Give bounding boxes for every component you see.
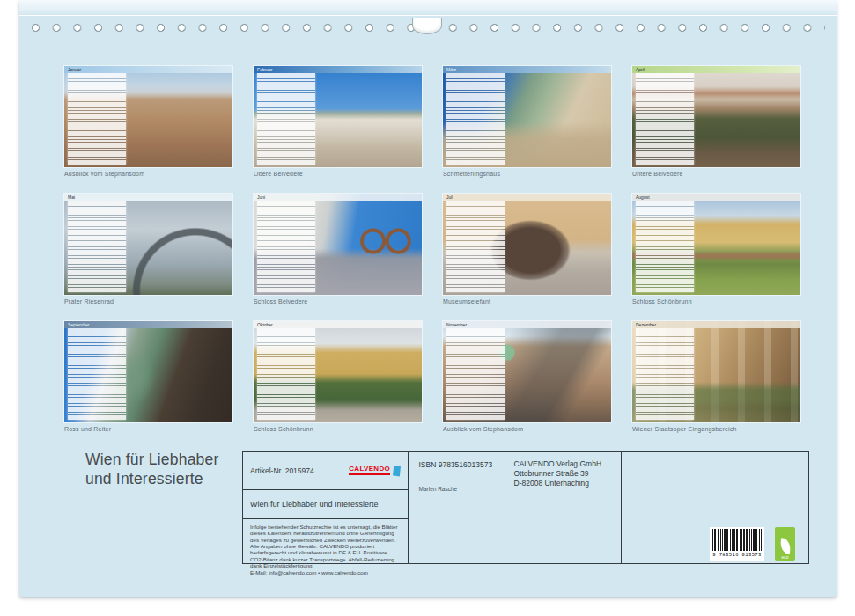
info-left-column: Artikel-Nr. 2015974 CALVENDO Wien für Li… [243,452,409,563]
barcode-bars [712,529,762,551]
product-info-box: Artikel-Nr. 2015974 CALVENDO Wien für Li… [242,451,809,564]
legal-text-row: Infolge bestehender Schutzrechte ist es … [243,519,408,581]
publisher-city: D-82008 Unterhaching [514,479,602,488]
month-cell-maerz: März Schmetterlingshaus [443,66,611,180]
mini-calendar-date-column [257,73,315,165]
publisher-name: CALVENDO Verlag GmbH [514,459,602,469]
month-cell-juli: Juli Museumselefant [443,194,611,308]
photo-caption: Schloss Schönbrunn [254,426,422,432]
mini-calendar-date-column [257,328,315,420]
photo-caption: Untere Belvedere [632,171,800,177]
mini-calendar-date-column [446,328,505,420]
month-label: Oktober [254,321,422,328]
hanger-notch [412,18,442,34]
photo-ausblick-stephansdom-stadt: November [443,321,611,422]
photo-caption: Prater Riesenrad [64,298,232,304]
photo-caption: Ausblick vom Stephansdom [64,171,232,177]
info-title: Wien für Liebhaber und Interessierte [250,500,379,509]
month-label: Januar [64,66,232,73]
publisher-address: CALVENDO Verlag GmbH Ottobrunner Straße … [514,459,602,488]
mini-calendar-date-column [446,201,505,292]
photo-caption: Schmetterlingshaus [443,171,611,177]
mini-calendar-date-column [636,201,694,292]
photo-schloss-schoenbrunn-herbst: Oktober [254,321,422,422]
photo-ross-und-reiter: September [64,321,232,422]
month-label: November [443,321,611,328]
contact-line: E-Mail: info@calvendo.com • www.calvendo… [250,569,401,576]
month-cell-oktober: Oktober Schloss Schönbrunn [254,321,422,436]
photo-schloss-belvedere: Juni [254,194,422,295]
month-cell-februar: Februar Obere Belvedere [254,66,422,180]
eco-icon: eco [775,527,795,561]
month-cell-september: September Ross und Reiter [64,321,232,436]
product-title-line2: und Interessierte [85,469,218,488]
mini-calendar-date-column [636,328,694,420]
mini-calendar-date-column [446,73,505,165]
mini-calendar-date-column [257,201,315,292]
barcode-digits: 9 783516 013573 [712,552,762,558]
month-cell-august: August Schloss Schönbrunn [632,194,800,308]
month-label: April [632,66,800,73]
calendar-back-cover: Januar Ausblick vom Stephansdom Februar … [0,0,855,616]
photo-ausblick-vom-stephansdom: Januar [64,66,232,167]
article-number-row: Artikel-Nr. 2015974 CALVENDO [243,452,408,490]
sheet-top-edge [19,0,837,16]
calvendo-logo-icon [393,466,401,477]
month-label: Februar [254,66,422,73]
photo-caption: Ausblick vom Stephansdom [443,426,611,432]
publisher-street: Ottobrunner Straße 39 [514,469,602,479]
month-cell-mai: Mai Prater Riesenrad [64,194,232,308]
photo-caption: Wiener Staatsoper Eingangsbereich [632,426,800,432]
month-label: Mai [64,194,232,201]
legal-text: Infolge bestehender Schutzrechte ist es … [250,524,401,568]
month-label: Dezember [632,321,800,328]
calendar-sheet: Januar Ausblick vom Stephansdom Februar … [19,0,837,597]
photo-caption: Schloss Belvedere [254,298,422,304]
photo-caption: Obere Belvedere [254,171,422,177]
mini-calendar-date-column [636,73,694,165]
month-label: September [64,321,232,328]
month-label: Juli [443,194,611,201]
photo-untere-belvedere: April [632,66,800,167]
calvendo-logo: CALVENDO [349,466,401,477]
photo-caption: Ross und Reiter [64,426,232,432]
month-preview-grid: Januar Ausblick vom Stephansdom Februar … [64,66,800,436]
mini-calendar-date-column [68,73,126,165]
month-label: März [443,66,611,73]
author-name: Marlen Rasche [419,486,458,492]
photo-schmetterlingshaus: März [443,66,611,167]
product-title-line1: Wien für Liebhaber [85,450,218,469]
month-cell-juni: Juni Schloss Belvedere [254,194,422,308]
isbn-barcode: 9 783516 013573 [710,527,764,561]
leaf-icon [778,538,791,554]
info-right-column: 9 783516 013573 eco [623,452,808,563]
month-cell-november: November Ausblick vom Stephansdom [443,321,611,436]
photo-prater-riesenrad: Mai [64,194,232,295]
month-cell-april: April Untere Belvedere [632,66,800,180]
photo-obere-belvedere: Februar [254,66,422,167]
month-label: August [632,194,800,201]
month-cell-dezember: Dezember Wiener Staatsoper Eingangsberei… [632,321,800,436]
mini-calendar-date-column [68,201,126,292]
mini-calendar-date-column [68,328,126,420]
eco-label: eco [781,555,788,560]
product-title: Wien für Liebhaber und Interessierte [85,450,218,489]
photo-caption: Schloss Schönbrunn [632,298,800,304]
info-title-row: Wien für Liebhaber und Interessierte [243,490,408,519]
photo-wiener-staatsoper: Dezember [632,321,800,422]
calvendo-logo-text: CALVENDO [349,466,390,476]
month-label: Juni [254,194,422,201]
photo-museumselefant: Juli [443,194,611,295]
photo-schloss-schoenbrunn: August [632,194,800,295]
isbn-number: ISBN 9783516013573 [419,460,493,469]
article-number: Artikel-Nr. 2015974 [250,466,314,475]
month-cell-januar: Januar Ausblick vom Stephansdom [64,66,232,180]
info-middle-column: ISBN 9783516013573 CALVENDO Verlag GmbH … [410,452,622,563]
photo-caption: Museumselefant [443,298,611,304]
